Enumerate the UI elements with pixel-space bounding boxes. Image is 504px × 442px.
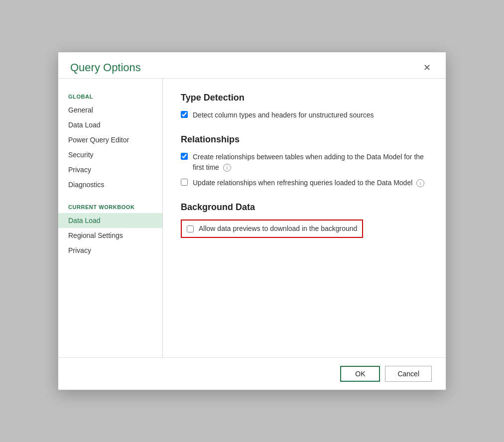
sidebar-item-diagnostics[interactable]: Diagnostics — [58, 177, 162, 192]
cancel-button[interactable]: Cancel — [385, 366, 432, 382]
sidebar-item-data-load-current[interactable]: Data Load — [58, 213, 162, 228]
sidebar-item-regional-settings[interactable]: Regional Settings — [58, 228, 162, 243]
relationships-info-icon2: i — [416, 179, 424, 187]
relationships-row1: Create relationships between tables when… — [181, 152, 428, 173]
background-data-highlighted-row: Allow data previews to download in the b… — [181, 220, 363, 238]
dialog-footer: OK Cancel — [58, 357, 446, 390]
type-detection-label: Detect column types and headers for unst… — [193, 110, 374, 120]
relationships-label2: Update relationships when refreshing que… — [193, 178, 424, 188]
sidebar-item-data-load[interactable]: Data Load — [58, 117, 162, 132]
sidebar-item-privacy-current[interactable]: Privacy — [58, 243, 162, 258]
background-data-checkbox[interactable] — [187, 225, 194, 232]
background-data-title: Background Data — [181, 202, 428, 213]
type-detection-section: Type Detection Detect column types and h… — [181, 93, 428, 120]
type-detection-checkbox[interactable] — [181, 111, 188, 118]
relationships-checkbox2[interactable] — [181, 179, 188, 186]
type-detection-title: Type Detection — [181, 93, 428, 103]
type-detection-row: Detect column types and headers for unst… — [181, 110, 428, 120]
dialog-title: Query Options — [70, 61, 141, 74]
relationships-checkbox1[interactable] — [181, 153, 188, 160]
current-workbook-section-label: CURRENT WORKBOOK — [58, 199, 162, 213]
query-options-dialog: Query Options ✕ GLOBAL General Data Load… — [58, 52, 446, 390]
dialog-header: Query Options ✕ — [58, 52, 446, 78]
sidebar-item-privacy[interactable]: Privacy — [58, 162, 162, 177]
sidebar: GLOBAL General Data Load Power Query Edi… — [58, 79, 163, 357]
close-button[interactable]: ✕ — [420, 61, 434, 74]
background-data-section: Background Data Allow data previews to d… — [181, 202, 428, 238]
sidebar-item-security[interactable]: Security — [58, 147, 162, 162]
sidebar-item-general[interactable]: General — [58, 103, 162, 117]
main-content: Type Detection Detect column types and h… — [163, 79, 446, 357]
relationships-title: Relationships — [181, 134, 428, 145]
global-section-label: GLOBAL — [58, 89, 162, 103]
dialog-body: GLOBAL General Data Load Power Query Edi… — [58, 78, 446, 357]
background-data-label: Allow data previews to download in the b… — [199, 223, 357, 234]
sidebar-item-power-query-editor[interactable]: Power Query Editor — [58, 132, 162, 147]
relationships-section: Relationships Create relationships betwe… — [181, 134, 428, 188]
relationships-row2: Update relationships when refreshing que… — [181, 178, 428, 188]
relationships-info-icon: i — [223, 164, 231, 172]
ok-button[interactable]: OK — [340, 366, 380, 382]
relationships-label1: Create relationships between tables when… — [193, 152, 428, 173]
